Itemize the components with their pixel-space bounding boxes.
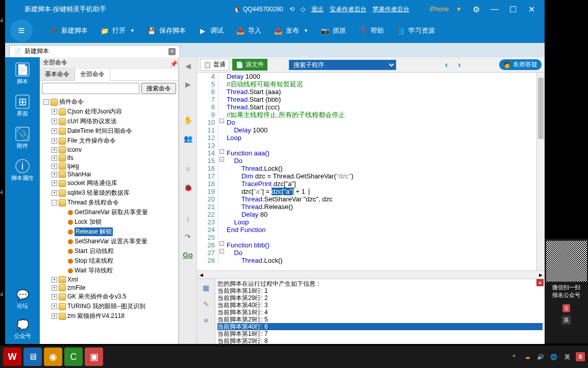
console-line[interactable]: 当前脚本第29行: 2 [217, 294, 543, 302]
learn-button[interactable]: 📘学习资源 [390, 23, 441, 38]
command-search-button[interactable]: 搜索命令 [141, 83, 176, 94]
new-script-button[interactable]: ➕新建脚本 [43, 23, 94, 38]
expert-help-button[interactable]: 🧑 名师答疑 [499, 59, 542, 70]
tree-toggle-icon[interactable]: + [52, 119, 57, 124]
tree-toggle-icon[interactable]: + [52, 313, 57, 319]
tree-item[interactable]: +lfs [42, 154, 176, 162]
tree-toggle-icon[interactable]: + [52, 180, 57, 186]
go-button[interactable]: Go [182, 249, 193, 261]
tree-item[interactable]: +Cjson 处理Json内容 [42, 107, 176, 117]
tray-net-icon[interactable]: 🌐 [549, 352, 558, 361]
dropdown-icon[interactable]: ▼ [456, 6, 462, 13]
maximize-button[interactable]: ☐ [504, 0, 522, 18]
tree-item[interactable]: +zm 紫猫插件V4.2118 [42, 311, 176, 321]
tree-item[interactable]: -Thread 多线程命令 [42, 198, 176, 208]
tree-item[interactable]: +socket 网络通信库 [42, 178, 176, 188]
tree-item[interactable]: SetShareVar 设置共享变量 [42, 237, 176, 246]
console-line[interactable]: 当前脚本第40行: 6 [217, 323, 543, 330]
step-icon[interactable]: ↓ [182, 213, 193, 224]
tree-toggle-icon[interactable]: + [52, 164, 57, 169]
tree-item[interactable]: Start 启动线程 [42, 246, 176, 256]
scroll-left-icon[interactable]: ◀ [197, 271, 205, 279]
tree-item[interactable]: GetShareVar 获取共享变量 [42, 208, 176, 217]
tree-toggle-icon[interactable]: + [52, 285, 57, 291]
rail-ui[interactable]: ⊞界面 [15, 95, 30, 118]
file-tab[interactable]: 📄 新建脚本 ✕ [9, 45, 180, 57]
tree-item[interactable]: +TURING 我的眼睛--图灵识别 [42, 302, 176, 311]
arrow-left-icon[interactable]: ◀ [182, 60, 193, 72]
tree-item[interactable]: +File 文件操作命令 [42, 136, 176, 146]
console-line[interactable]: 当前脚本第29行: 5 [217, 316, 543, 323]
tree-item[interactable]: +zmFile [42, 284, 176, 292]
task-app-1[interactable]: W [3, 348, 21, 366]
debug-button[interactable]: ▶调试 [192, 23, 230, 38]
android-backend-link[interactable]: 安卓作者后台 [330, 5, 366, 14]
ime-lang[interactable]: 英 [561, 315, 571, 325]
task-app-5[interactable]: ▣ [85, 348, 103, 366]
tree-item[interactable]: +DateTime 时间日期命令 [42, 126, 176, 136]
tree-toggle-icon[interactable]: + [52, 138, 57, 144]
open-button[interactable]: 📁打开▼ [94, 23, 141, 38]
publish-button[interactable]: 📤发布▼ [267, 23, 314, 38]
console-list-icon[interactable]: ≡ [201, 315, 212, 326]
close-button[interactable]: ✕ [522, 0, 541, 18]
scroll-thumb[interactable] [538, 78, 544, 139]
normal-view-button[interactable]: 📋 普通 [200, 59, 229, 71]
tree-toggle-icon[interactable]: - [43, 99, 49, 105]
console-close-button[interactable]: ✕ [536, 279, 544, 286]
tree-toggle-icon[interactable]: + [52, 277, 57, 283]
sub-search-combo[interactable]: 搜索子程序 [289, 60, 396, 70]
qq-info[interactable]: 🐧 QQ445700280 [233, 6, 283, 13]
command-tree[interactable]: -插件命令+Cjson 处理Json内容+cUrl 网络协议发送+DateTim… [40, 96, 178, 344]
console-line[interactable]: 当前脚本第18行: 4 [217, 309, 543, 316]
logout-link[interactable]: 退出 [311, 5, 324, 14]
hand-icon[interactable]: ✋ [182, 114, 193, 126]
tree-item[interactable]: +sqlite3 轻量级的数据库 [42, 188, 176, 198]
tree-item[interactable]: +cUrl 网络协议发送 [42, 117, 176, 126]
tree-item[interactable]: +GK 果壳插件命令v3.5 [42, 292, 176, 302]
sync-icon[interactable]: ⟲ [289, 6, 295, 13]
tree-toggle-icon[interactable]: + [52, 294, 57, 300]
tree-toggle-icon[interactable]: + [52, 109, 57, 114]
apple-backend-link[interactable]: 苹果作者后台 [373, 5, 409, 14]
tree-toggle-icon[interactable]: + [52, 155, 57, 161]
tray-sound-icon[interactable]: 🔊 [536, 352, 545, 361]
minimize-button[interactable]: — [485, 0, 504, 18]
console-line[interactable]: 当前脚本第29行: 8 [217, 337, 543, 344]
tray-sogou[interactable]: S [576, 352, 585, 361]
nav-next-button[interactable]: › [458, 60, 460, 70]
tree-item[interactable]: +Xml [42, 275, 176, 284]
console-line[interactable]: 当前脚本第40行: 3 [217, 302, 543, 309]
help-button[interactable]: ❓帮助 [352, 23, 390, 38]
tree-toggle-icon[interactable]: + [52, 128, 57, 134]
tree-item[interactable]: +ShanHai [42, 170, 176, 178]
tray-cloud-icon[interactable]: ☁ [523, 352, 532, 361]
tab-basic-commands[interactable]: 基本命令 [40, 68, 75, 80]
main-menu-button[interactable]: ≡ [10, 19, 33, 42]
tree-item[interactable]: +iconv [42, 146, 176, 154]
tree-item[interactable]: Release 解锁 [42, 227, 176, 237]
command-search-input[interactable] [42, 83, 139, 94]
settings-icon[interactable]: ⚙ [467, 0, 485, 18]
tree-toggle-icon[interactable]: + [52, 304, 57, 309]
console-line[interactable]: 当前脚本第18行: 7 [217, 330, 543, 337]
pin-icon[interactable]: 📌 [170, 60, 175, 65]
tree-toggle-icon[interactable]: + [52, 147, 57, 153]
console-output[interactable]: ✕ 您的脚本在运行过程中产生如下信息：当前脚本第18行: 1当前脚本第29行: … [215, 279, 545, 344]
task-app-4[interactable]: C [64, 348, 83, 366]
close-tab-button[interactable]: ✕ [168, 48, 176, 55]
tree-item[interactable]: Wait 等待线程 [42, 266, 176, 275]
console-line[interactable]: 当前脚本第18行: 1 [217, 287, 543, 294]
scroll-right-icon[interactable]: ▶ [536, 271, 545, 279]
rail-wechat[interactable]: 💭公众号 [14, 319, 31, 340]
task-app-3[interactable]: ◉ [44, 348, 62, 366]
tree-item[interactable]: -插件命令 [42, 97, 176, 107]
sogou-ime-icon[interactable]: S [562, 304, 570, 312]
rail-props[interactable]: i脚本属性 [11, 159, 34, 182]
console-filter-icon[interactable]: ▦ [201, 282, 212, 293]
tree-toggle-icon[interactable]: + [52, 172, 57, 177]
task-app-2[interactable]: 🖥 [23, 348, 42, 366]
nav-prev-button[interactable]: ‹ [445, 60, 448, 70]
branch-icon[interactable]: ⑂ [182, 164, 193, 175]
code-editor[interactable]: 4Delay 10005//启动线程可能有短暂延迟6Thread.Start (… [197, 73, 536, 270]
